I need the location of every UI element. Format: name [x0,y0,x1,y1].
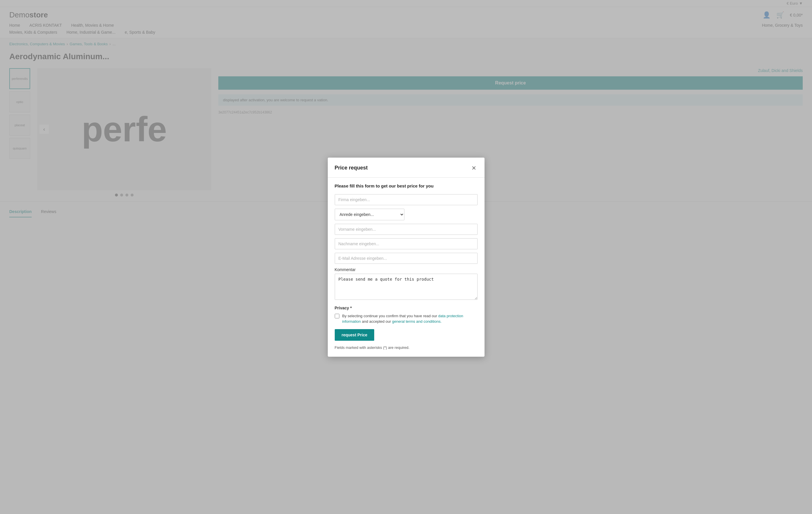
modal-body: Please fill this form to get our best pr… [328,178,485,357]
terms-link[interactable]: general terms and conditions. [392,319,442,324]
privacy-text-before: By selecting continue you confirm that y… [342,314,438,318]
modal-header: Price request ✕ [328,158,485,178]
required-note: Fields marked with asterisks (*) are req… [335,345,477,350]
comment-textarea[interactable]: Please send me a quote for this product [335,274,477,300]
email-field-group [335,253,477,264]
privacy-text: By selecting continue you confirm that y… [342,313,477,325]
modal-title: Price request [335,165,368,171]
firstname-input[interactable] [335,224,477,235]
privacy-section: Privacy * By selecting continue you conf… [335,306,477,325]
modal-close-button[interactable]: ✕ [470,163,477,173]
company-input[interactable] [335,194,477,205]
lastname-input[interactable] [335,238,477,249]
comment-field-group: Kommentar Please send me a quote for thi… [335,267,477,301]
privacy-checkbox[interactable] [335,314,339,319]
modal-overlay[interactable]: Price request ✕ Please fill this form to… [0,0,812,514]
firstname-field-group [335,224,477,235]
comment-label: Kommentar [335,267,477,272]
modal-subtitle: Please fill this form to get our best pr… [335,183,477,188]
privacy-check-row: By selecting continue you confirm that y… [335,313,477,325]
privacy-text-middle: and accepted our [361,319,392,324]
price-request-modal: Price request ✕ Please fill this form to… [328,158,485,357]
salutation-field-group: Anrede eingeben... Herr Frau Divers [335,209,477,220]
email-input[interactable] [335,253,477,264]
salutation-select[interactable]: Anrede eingeben... Herr Frau Divers [335,209,404,220]
submit-button[interactable]: request Price [335,329,375,341]
privacy-title: Privacy * [335,306,477,310]
lastname-field-group [335,238,477,249]
company-field-group [335,194,477,205]
